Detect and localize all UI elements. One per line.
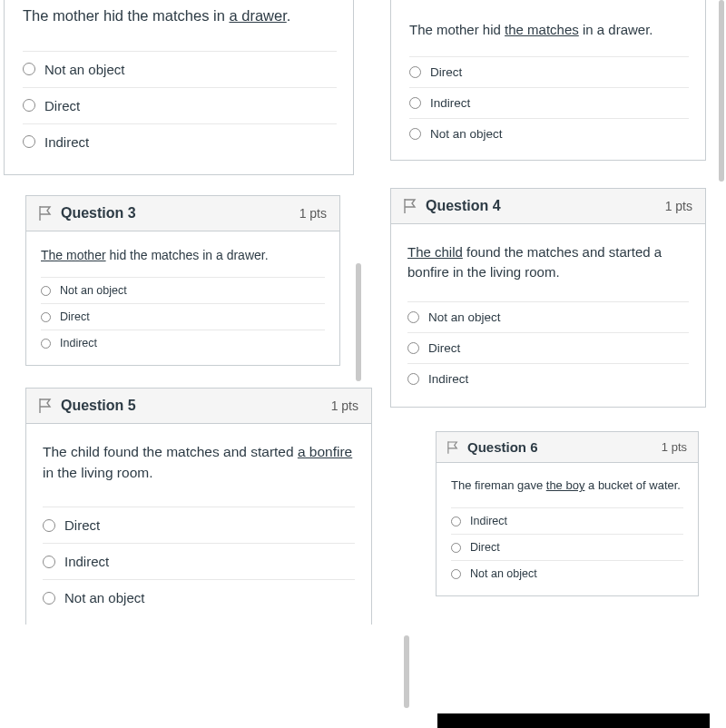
question-title: Question 5 xyxy=(61,398,136,414)
option-row[interactable]: Indirect xyxy=(407,363,689,394)
question-card-4: Question 4 1 pts The child found the mat… xyxy=(390,188,706,408)
options-list: Direct Indirect Not an object xyxy=(409,56,689,149)
question-prompt: The fireman gave the boy a bucket of wat… xyxy=(451,477,683,495)
option-label: Indirect xyxy=(430,96,470,110)
option-row[interactable]: Direct xyxy=(41,303,325,330)
option-row[interactable]: Indirect xyxy=(409,87,689,118)
radio-icon[interactable] xyxy=(23,99,35,112)
radio-icon[interactable] xyxy=(41,286,51,296)
flag-icon[interactable] xyxy=(39,206,52,221)
radio-icon[interactable] xyxy=(407,373,419,385)
question-card-3: Question 3 1 pts The mother hid the matc… xyxy=(25,195,340,366)
option-row[interactable]: Not an object xyxy=(43,579,355,615)
option-label: Indirect xyxy=(64,554,109,569)
option-label: Not an object xyxy=(60,284,127,297)
radio-icon[interactable] xyxy=(409,66,421,78)
option-row[interactable]: Not an object xyxy=(407,301,689,332)
option-row[interactable]: Not an object xyxy=(23,51,337,87)
radio-icon[interactable] xyxy=(409,97,421,109)
question-points: 1 pts xyxy=(331,398,358,413)
options-list: Indirect Direct Not an object xyxy=(451,507,683,586)
option-label: Indirect xyxy=(60,337,97,349)
option-label: Indirect xyxy=(44,134,89,150)
option-label: Direct xyxy=(430,65,462,79)
option-label: Not an object xyxy=(428,310,501,324)
option-label: Not an object xyxy=(44,62,124,77)
question-points: 1 pts xyxy=(662,440,687,454)
option-row[interactable]: Not an object xyxy=(451,560,683,586)
options-list: Direct Indirect Not an object xyxy=(43,507,355,615)
question-prompt: The mother hid the matches in a drawer. xyxy=(41,246,325,264)
flag-icon[interactable] xyxy=(404,199,417,213)
options-list: Not an object Direct Indirect xyxy=(23,51,337,160)
scrollbar-thumb[interactable] xyxy=(404,635,409,708)
flag-icon[interactable] xyxy=(447,441,458,454)
option-label: Direct xyxy=(44,98,80,113)
option-row[interactable]: Direct xyxy=(407,332,689,363)
scrollbar-thumb[interactable] xyxy=(719,0,724,182)
radio-icon[interactable] xyxy=(409,128,421,140)
scrollbar-thumb[interactable] xyxy=(356,263,361,381)
option-label: Not an object xyxy=(430,127,503,141)
option-row[interactable]: Not an object xyxy=(41,277,325,303)
option-row[interactable]: Indirect xyxy=(451,507,683,534)
radio-icon[interactable] xyxy=(23,63,35,75)
option-label: Direct xyxy=(60,310,90,323)
option-row[interactable]: Not an object xyxy=(409,118,689,149)
options-list: Not an object Direct Indirect xyxy=(407,301,689,394)
radio-icon[interactable] xyxy=(407,311,419,323)
radio-icon[interactable] xyxy=(451,543,461,553)
radio-icon[interactable] xyxy=(407,342,419,354)
question-card-5: Question 5 1 pts The child found the mat… xyxy=(25,388,372,625)
option-row[interactable]: Direct xyxy=(409,56,689,87)
question-prompt: The child found the matches and started … xyxy=(43,442,355,483)
option-row[interactable]: Indirect xyxy=(23,123,337,160)
option-label: Direct xyxy=(470,541,500,554)
question-card-6: Question 6 1 pts The fireman gave the bo… xyxy=(436,431,699,596)
option-row[interactable]: Direct xyxy=(23,87,337,123)
radio-icon[interactable] xyxy=(43,519,55,532)
question-title: Question 3 xyxy=(61,205,136,221)
radio-icon[interactable] xyxy=(41,312,51,322)
radio-icon[interactable] xyxy=(451,516,461,526)
question-points: 1 pts xyxy=(299,206,327,221)
option-row[interactable]: Direct xyxy=(43,507,355,543)
option-label: Indirect xyxy=(428,372,468,386)
radio-icon[interactable] xyxy=(451,569,461,579)
option-label: Direct xyxy=(64,517,100,533)
options-list: Not an object Direct Indirect xyxy=(41,277,325,356)
radio-icon[interactable] xyxy=(41,339,51,349)
question-card-partial-top-left: The mother hid the matches in a drawer. … xyxy=(4,0,354,175)
option-label: Not an object xyxy=(470,567,537,580)
option-label: Direct xyxy=(428,341,460,355)
question-title: Question 4 xyxy=(426,198,501,214)
radio-icon[interactable] xyxy=(23,135,35,148)
radio-icon[interactable] xyxy=(43,592,55,605)
question-card-partial-top-right: The mother hid the matches in a drawer. … xyxy=(390,0,706,161)
question-title: Question 6 xyxy=(467,439,538,455)
black-bar xyxy=(437,713,710,728)
option-row[interactable]: Indirect xyxy=(41,330,325,356)
flag-icon[interactable] xyxy=(39,398,52,413)
question-prompt: The mother hid the matches in a drawer. xyxy=(23,5,337,27)
question-prompt: The child found the matches and started … xyxy=(407,242,689,282)
option-label: Indirect xyxy=(470,515,507,527)
option-row[interactable]: Direct xyxy=(451,534,683,560)
question-prompt: The mother hid the matches in a drawer. xyxy=(409,20,689,40)
radio-icon[interactable] xyxy=(43,556,55,568)
question-points: 1 pts xyxy=(665,199,692,213)
option-label: Not an object xyxy=(64,590,144,605)
option-row[interactable]: Indirect xyxy=(43,543,355,579)
